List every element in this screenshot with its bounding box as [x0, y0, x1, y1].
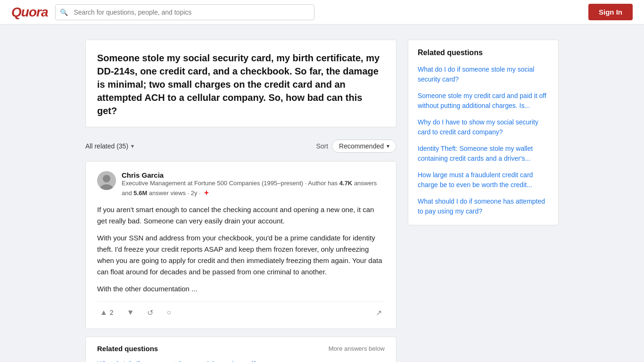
sidebar-link-4[interactable]: Identity Theft: Someone stole my wallet …	[418, 144, 549, 164]
page-layout: Someone stole my social security card, m…	[39, 25, 605, 362]
answer-actions: ▲ 2 ▼ ↺ ○ ↗	[97, 301, 385, 319]
share-button[interactable]: ↗	[373, 306, 385, 319]
author-creds: Executive Management at Fortune 500 Comp…	[122, 179, 385, 198]
sidebar-link-2[interactable]: Someone stole my credit card and paid it…	[418, 91, 549, 111]
svg-point-1	[103, 175, 110, 182]
related-inline-title: Related questions	[97, 345, 158, 353]
downvote-button[interactable]: ▼	[124, 306, 137, 319]
answers-toolbar: All related (35) ▾ Sort Recommended ▾	[85, 135, 396, 157]
answer-text: If you aren't smart enough to cancel the…	[97, 204, 385, 295]
answer-paragraph-1: If you aren't smart enough to cancel the…	[97, 204, 385, 227]
search-bar: 🔍	[55, 4, 314, 20]
share-icon: ↗	[376, 308, 382, 317]
question-card: Someone stole my social security card, m…	[85, 40, 396, 127]
redo-icon: ↺	[147, 308, 153, 317]
author-creds-text: Executive Management at Fortune 500 Comp…	[122, 180, 338, 187]
sort-chevron-icon: ▾	[387, 143, 389, 149]
comment-icon: ○	[166, 308, 171, 317]
sign-in-button[interactable]: Sign In	[588, 4, 633, 20]
author-row: Chris Garcia Executive Management at For…	[97, 171, 385, 198]
header: Quora 🔍 Sign In	[0, 0, 644, 25]
plus-badge: +	[204, 189, 208, 197]
author-stats: 4.7K	[339, 180, 352, 187]
avatar	[97, 171, 116, 190]
chevron-down-icon: ▾	[131, 143, 134, 149]
upvote-icon: ▲	[100, 308, 107, 317]
sort-option-label: Recommended	[339, 142, 384, 150]
sort-dropdown[interactable]: Recommended ▾	[332, 140, 396, 153]
main-content: Someone stole my social security card, m…	[85, 40, 396, 362]
answer-card: Chris Garcia Executive Management at For…	[85, 161, 396, 329]
more-answers-label: More answers below	[329, 345, 385, 352]
author-info: Chris Garcia Executive Management at For…	[122, 171, 385, 198]
author-views: 5.6M	[133, 189, 147, 197]
related-inline-link-1[interactable]: What do I do if someone stole my social …	[97, 359, 385, 362]
answer-paragraph-3: With the other documentation ...	[97, 283, 385, 295]
logo[interactable]: Quora	[11, 5, 48, 20]
redo-button[interactable]: ↺	[144, 306, 156, 319]
all-related-dropdown[interactable]: All related (35) ▾	[85, 142, 134, 150]
upvote-button[interactable]: ▲ 2	[97, 306, 116, 319]
author-name[interactable]: Chris Garcia	[122, 171, 385, 179]
search-input[interactable]	[55, 4, 314, 20]
all-related-label: All related (35)	[85, 142, 128, 150]
comment-button[interactable]: ○	[164, 306, 174, 319]
related-inline-card: Related questions More answers below Wha…	[85, 337, 396, 362]
sidebar-link-6[interactable]: What should I do if someone has attempte…	[418, 197, 549, 216]
search-icon: 🔍	[60, 8, 68, 16]
question-title: Someone stole my social security card, m…	[97, 51, 385, 117]
upvote-count: 2	[110, 309, 114, 316]
related-inline-header: Related questions More answers below	[97, 345, 385, 353]
author-creds3: answer views · 2y ·	[149, 189, 201, 197]
sidebar-link-5[interactable]: How large must a fraudulent credit card …	[418, 170, 549, 190]
sidebar-card: Related questions What do I do if someon…	[408, 40, 559, 225]
downvote-icon: ▼	[127, 308, 134, 317]
answer-paragraph-2: With your SSN and address from your chec…	[97, 232, 385, 278]
sidebar-link-3[interactable]: Why do I have to show my social security…	[418, 117, 549, 137]
sidebar: Related questions What do I do if someon…	[408, 40, 559, 362]
sidebar-link-1[interactable]: What do I do if someone stole my social …	[418, 65, 549, 84]
sort-label: Sort	[316, 142, 328, 150]
sort-area: Sort Recommended ▾	[316, 140, 396, 153]
sidebar-title: Related questions	[418, 49, 549, 57]
